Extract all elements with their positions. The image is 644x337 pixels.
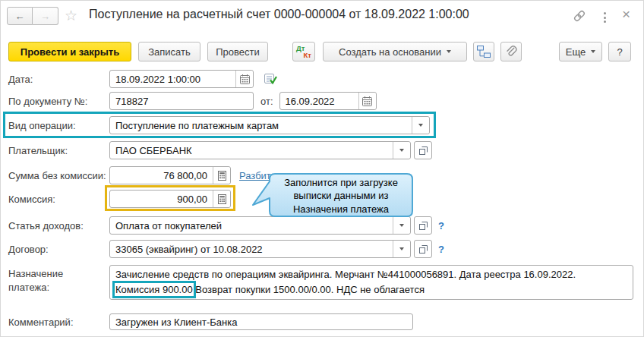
amount-value[interactable]: 76 800,00 bbox=[110, 167, 213, 184]
operation-type-select[interactable]: Поступление по платежным картам bbox=[109, 116, 430, 134]
help-button[interactable]: ? bbox=[608, 42, 631, 61]
amount-label: Сумма без комиссии: bbox=[8, 170, 109, 181]
post-button[interactable]: Провести bbox=[207, 42, 268, 61]
payment-purpose-label: Назначение платежа: bbox=[8, 267, 80, 294]
calculator-button[interactable] bbox=[213, 167, 230, 184]
commission-text-highlight: Комиссия 900.00 bbox=[115, 284, 193, 295]
operation-type-value[interactable]: Поступление по платежным картам bbox=[110, 117, 412, 134]
open-form-icon bbox=[418, 244, 428, 254]
chain-link-icon bbox=[572, 8, 587, 24]
calendar-icon bbox=[239, 74, 251, 85]
field-help-icon[interactable]: ? bbox=[438, 220, 444, 231]
callout-balloon bbox=[251, 172, 415, 219]
subordination-structure-button[interactable] bbox=[473, 42, 494, 61]
post-and-close-label: Провести и закрыть bbox=[21, 46, 119, 58]
date-label: Дата: bbox=[8, 74, 109, 85]
calculator-icon bbox=[216, 194, 228, 205]
payer-select[interactable]: ПАО СБЕРБАНК bbox=[109, 141, 411, 159]
date-input[interactable]: 18.09.2022 1:00:00 bbox=[109, 70, 254, 88]
document-number-value[interactable]: 718827 bbox=[110, 93, 253, 109]
dropdown-button[interactable] bbox=[393, 142, 410, 159]
more-actions-button[interactable]: Еще bbox=[559, 42, 602, 61]
chevron-down-icon bbox=[447, 50, 451, 53]
contract-value[interactable]: 33065 (эквайринг) от 10.08.2022 bbox=[110, 241, 393, 257]
posted-check-icon bbox=[264, 73, 277, 85]
forward-arrow-icon: → bbox=[40, 11, 50, 22]
post-and-close-button[interactable]: Провести и закрыть bbox=[8, 42, 131, 61]
purpose-line-2: Комиссия 900.00 Возврат покупки 1500.00/… bbox=[115, 282, 627, 298]
credit-label: Кт bbox=[304, 51, 311, 59]
write-label: Записать bbox=[148, 46, 191, 58]
commission-value[interactable]: 900,00 bbox=[110, 191, 213, 207]
purpose-line-2-rest: Возврат покупки 1500.00/0.00. НДС не обл… bbox=[193, 284, 425, 295]
income-item-label: Статья доходов: bbox=[8, 220, 109, 231]
payer-value[interactable]: ПАО СБЕРБАНК bbox=[110, 142, 393, 159]
calendar-picker-button[interactable] bbox=[235, 71, 253, 87]
field-help-icon[interactable]: ? bbox=[438, 244, 444, 255]
payment-purpose-textarea[interactable]: Зачисление средств по операциям эквайрин… bbox=[109, 265, 633, 300]
commission-input[interactable]: 900,00 bbox=[109, 190, 231, 208]
contract-label: Договор: bbox=[8, 244, 109, 255]
create-on-basis-label: Создать на основании bbox=[339, 46, 441, 58]
open-payer-button[interactable] bbox=[414, 141, 432, 159]
contract-select[interactable]: 33065 (эквайринг) от 10.08.2022 bbox=[109, 240, 411, 258]
attachments-button[interactable] bbox=[500, 42, 522, 61]
kebab-dot bbox=[604, 12, 606, 14]
open-contract-button[interactable] bbox=[414, 240, 432, 258]
document-date-input[interactable]: 16.09.2022 bbox=[279, 92, 377, 110]
contract-row: Договор: 33065 (эквайринг) от 10.08.2022… bbox=[8, 239, 444, 259]
open-income-item-button[interactable] bbox=[414, 216, 432, 235]
payer-row: Плательщик: ПАО СБЕРБАНК bbox=[8, 140, 432, 160]
dropdown-button[interactable] bbox=[412, 117, 429, 134]
comment-input[interactable]: Загружен из Клиент-Банка bbox=[109, 313, 413, 330]
kebab-dot bbox=[604, 20, 606, 23]
calendar-icon bbox=[361, 96, 373, 107]
comment-row: Комментарий: Загружен из Клиент-Банка bbox=[8, 312, 413, 332]
back-button[interactable]: ← bbox=[7, 7, 33, 25]
from-label: от: bbox=[260, 96, 273, 107]
write-button[interactable]: Записать bbox=[138, 42, 200, 61]
dropdown-button[interactable] bbox=[393, 217, 410, 234]
commission-label: Комиссия: bbox=[8, 194, 109, 205]
operation-type-row: Вид операции: Поступление по платежным к… bbox=[8, 115, 430, 135]
chevron-down-icon bbox=[591, 50, 595, 53]
close-icon[interactable]: × bbox=[622, 8, 630, 21]
kebab-dot bbox=[604, 17, 606, 19]
structure-icon bbox=[476, 45, 491, 58]
chevron-down-icon bbox=[399, 247, 404, 250]
create-on-basis-button[interactable]: Создать на основании bbox=[323, 42, 467, 61]
get-link-button[interactable] bbox=[572, 8, 587, 26]
purpose-line-1: Зачисление средств по операциям эквайрин… bbox=[115, 267, 627, 282]
date-value[interactable]: 18.09.2022 1:00:00 bbox=[110, 71, 235, 87]
more-actions-label: Еще bbox=[566, 46, 586, 58]
more-menu-button[interactable] bbox=[601, 9, 609, 26]
operation-type-label: Вид операции: bbox=[8, 120, 109, 131]
document-number-label: По документу №: bbox=[8, 96, 109, 107]
favorite-star-icon[interactable]: ☆ bbox=[65, 7, 77, 24]
document-number-input[interactable]: 718827 bbox=[109, 92, 254, 110]
post-label: Провести bbox=[216, 46, 260, 58]
forward-button[interactable]: → bbox=[33, 7, 58, 25]
help-label: ? bbox=[617, 46, 622, 58]
chevron-down-icon bbox=[399, 149, 404, 152]
amount-input[interactable]: 76 800,00 bbox=[109, 166, 231, 184]
document-number-row: По документу №: 718827 от: 16.09.2022 bbox=[8, 91, 377, 111]
calculator-button[interactable] bbox=[213, 191, 230, 207]
calendar-picker-button[interactable] bbox=[358, 93, 376, 109]
dropdown-button[interactable] bbox=[393, 241, 410, 257]
paperclip-icon bbox=[504, 45, 518, 58]
commission-row: Комиссия: 900,00 bbox=[8, 189, 231, 209]
nav-history-group: ← → bbox=[7, 7, 58, 25]
chevron-down-icon bbox=[418, 124, 423, 127]
document-date-value[interactable]: 16.09.2022 bbox=[280, 93, 358, 109]
page-title: Поступление на расчетный счет 0000-00000… bbox=[89, 8, 469, 21]
dt-kt-register-button[interactable]: Дт Кт bbox=[292, 42, 315, 61]
open-form-icon bbox=[418, 146, 428, 156]
document-window: ← → ☆ Поступление на расчетный счет 0000… bbox=[0, 0, 644, 337]
income-item-value[interactable]: Оплата от покупателей bbox=[110, 217, 393, 234]
window-header: ← → ☆ Поступление на расчетный счет 0000… bbox=[1, 1, 643, 33]
date-row: Дата: 18.09.2022 1:00:00 bbox=[8, 69, 277, 89]
open-form-icon bbox=[418, 221, 428, 231]
comment-value[interactable]: Загружен из Клиент-Банка bbox=[110, 314, 412, 329]
payer-label: Плательщик: bbox=[8, 145, 109, 156]
